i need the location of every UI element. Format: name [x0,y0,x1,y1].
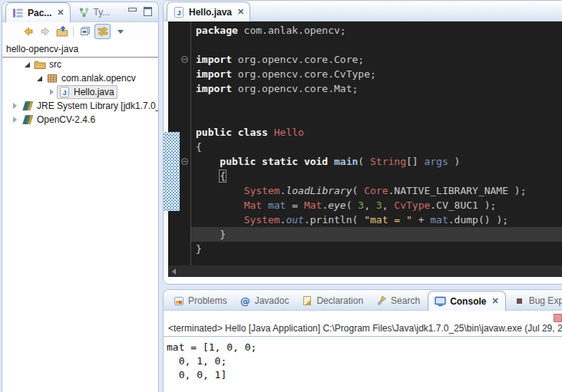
folding-ruler[interactable] [180,21,191,265]
code-line[interactable]: } [191,227,562,242]
editor-body: package com.anlak.opencv;import org.open… [164,21,562,265]
bottom-tab-label: Problems [188,295,227,306]
bottom-tab-label: Javadoc [255,295,289,306]
editor-panel: J Hello.java package com.anlak.opencv;im… [163,0,562,285]
up-folder-icon [56,25,68,38]
code-line[interactable]: System.out.println( "mat = " + mat.dump(… [191,212,562,227]
forward-button[interactable] [38,25,52,38]
code-line[interactable]: } [191,242,562,256]
editor-tabbar: J Hello.java [164,1,562,21]
code-line[interactable]: { [191,169,562,183]
fold-minus-icon[interactable] [181,56,188,63]
package-explorer-icon [12,7,24,19]
expand-arrow-icon[interactable] [48,88,57,96]
link-with-editor-icon [97,25,109,38]
code-line[interactable]: Mat mat = Mat.eye( 3, 3, CvType.CV_8UC1 … [191,198,562,212]
package-icon [46,72,58,84]
fold-minus-icon[interactable] [181,158,188,165]
project-label[interactable]: hello-opencv-java [2,41,158,58]
library-icon [21,114,34,126]
toolbar-separator [73,26,74,37]
editor-tab-label: Hello.java [189,7,232,18]
view-menu-button[interactable] [117,30,124,34]
package-explorer-content: hello-opencv-java src com.anlak.opencv [2,41,158,127]
declaration-icon [301,295,312,306]
editor-tab-hello-java[interactable]: J Hello.java [167,2,250,21]
bottom-tab-label: Console [450,296,486,307]
bottom-tabbar: Problems @ Javadoc Declaration Search [164,290,562,311]
java-file-icon: J [58,86,71,98]
minimize-button[interactable] [128,8,137,12]
maximize-button[interactable] [144,7,152,16]
tree-item[interactable]: src [2,58,158,71]
code-line[interactable]: { [191,140,562,154]
console-output[interactable]: mat = [1, 0, 0; 0, 1, 0; 0, 0, 1] [167,341,562,382]
java-file-icon: J [173,6,185,18]
code-area[interactable]: package com.anlak.opencv;import org.open… [191,21,562,265]
tab-label: Pac... [28,8,51,18]
console-view: <terminated> Hello [Java Application] C:… [164,323,562,382]
console-output-line: 0, 1, 0; [167,354,562,368]
tab-close-icon[interactable] [57,8,64,17]
type-hierarchy-icon [78,6,90,18]
tab-type-hierarchy[interactable]: Ty... [71,3,117,21]
back-button[interactable] [21,25,35,38]
terminate-button[interactable] [554,314,562,322]
code-line[interactable]: import org.opencv.core.CvType; [191,67,562,81]
bottom-tab-label: Search [391,295,420,306]
code-line[interactable]: import org.opencv.core.Mat; [191,81,562,96]
expand-arrow-icon[interactable] [36,74,45,82]
tree-item[interactable]: JRE System Library [jdk1.7.0_25] [2,99,158,113]
bug-bullet-icon [514,295,525,306]
code-line[interactable]: public static void main( String[] args ) [191,154,562,169]
code-line[interactable]: public class Hello [191,125,562,140]
search-icon [375,295,387,306]
tree-item-label: JRE System Library [jdk1.7.0_25] [37,100,159,111]
svg-text:J: J [177,8,180,16]
eclipse-window: { "colors": { "window_background": "#dfe… [0,0,562,392]
code-line[interactable]: package com.anlak.opencv; [191,23,562,38]
bottom-tab[interactable]: Search [369,292,426,310]
javadoc-icon: @ [240,295,251,306]
console-output-line: 0, 0, 1] [167,368,562,382]
tree-item[interactable]: J Hello.java [2,85,158,99]
link-with-editor-button[interactable] [94,24,111,39]
package-tree: src com.anlak.opencv J Hello.java [2,58,158,127]
bottom-tab[interactable]: Declaration [295,292,369,310]
back-icon [22,25,35,38]
tab-package-explorer[interactable]: Pac... [5,2,71,22]
h-scrollbar[interactable] [168,265,562,277]
library-icon [21,100,34,112]
code-line[interactable] [191,38,562,52]
bottom-tab[interactable]: @ Javadoc [233,292,296,310]
collapse-all-button[interactable] [78,25,92,38]
tab-close-icon[interactable] [237,8,244,16]
console-icon [435,296,446,307]
svg-text:J: J [62,89,66,97]
range-indicator [164,132,180,211]
problems-icon [173,295,184,306]
bottom-tab[interactable]: Problems [167,292,233,310]
code-line[interactable]: import org.opencv.core.Core; [191,52,562,67]
bottom-tab[interactable]: Console [428,291,506,311]
tab-label: Ty... [94,7,111,18]
code-line[interactable] [191,110,562,125]
code-line[interactable] [191,96,562,110]
tree-item[interactable]: com.anlak.opencv [2,71,158,85]
bottom-tab-label: Bug Explorer [529,295,562,306]
expand-arrow-icon[interactable] [12,102,20,110]
folder-icon [34,58,46,71]
tree-item-label: com.anlak.opencv [61,73,136,84]
console-header: <terminated> Hello [Java Application] C:… [168,323,562,334]
code-line[interactable]: System.loadLibrary( Core.NATIVE_LIBRARY_… [191,183,562,198]
scroll-left-arrow-icon[interactable] [172,268,176,275]
bottom-panel: Problems @ Javadoc Declaration Search [163,289,562,392]
expand-arrow-icon[interactable] [12,116,20,124]
up-button[interactable] [55,25,69,38]
tree-item-label: Hello.java [74,87,114,97]
tab-close-icon[interactable] [491,297,498,305]
expand-arrow-icon[interactable] [24,61,32,68]
console-output-line: mat = [1, 0, 0; [167,341,562,354]
tree-item[interactable]: OpenCV-2.4.6 [2,113,158,127]
bottom-tab[interactable]: Bug Explorer [507,292,562,310]
